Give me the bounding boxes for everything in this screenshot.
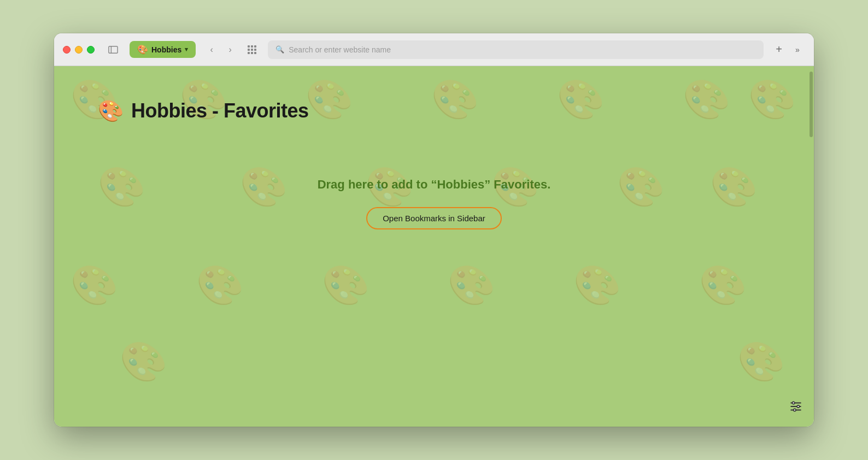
search-icon: 🔍 [275,45,284,54]
page-content: 🎨 Hobbies - Favorites Drag here to add t… [54,66,814,427]
navigation-buttons: ‹ › [203,42,238,57]
tab-overview-button[interactable] [244,42,260,57]
close-button[interactable] [63,46,71,54]
toolbar-right: + » [771,42,805,57]
search-bar[interactable]: 🔍 Search or enter website name [268,40,764,59]
svg-point-15 [797,405,799,408]
traffic-lights [63,46,95,54]
maximize-button[interactable] [87,46,95,54]
drag-instructions: Drag here to add to “Hobbies” Favorites. [318,178,551,192]
content-area: 🎨 🎨 🎨 🎨 🎨 🎨 🎨 🎨 🎨 🎨 🎨 🎨 🎨 🎨 🎨 🎨 🎨 🎨 🎨 🎨 … [54,66,814,427]
svg-rect-3 [251,45,253,48]
svg-rect-0 [109,46,118,53]
add-tab-button[interactable]: + [771,42,787,57]
drop-zone: Drag here to add to “Hobbies” Favorites.… [98,178,770,229]
tab-chevron-icon: ▾ [185,46,188,53]
palette-tab-icon: 🎨 [137,44,148,55]
svg-rect-5 [248,49,250,51]
page-title-container: 🎨 Hobbies - Favorites [98,99,309,123]
back-button[interactable]: ‹ [203,42,220,57]
svg-rect-4 [254,45,256,48]
open-bookmarks-button[interactable]: Open Bookmarks in Sidebar [366,207,502,229]
hobbies-tab[interactable]: 🎨 Hobbies ▾ [130,41,196,58]
browser-window: 🎨 Hobbies ▾ ‹ › 🔍 Search or enter [54,33,814,427]
svg-rect-6 [251,49,253,51]
extensions-button[interactable]: » [790,42,805,57]
svg-point-14 [793,402,795,404]
svg-point-16 [794,409,796,411]
minimize-button[interactable] [75,46,83,54]
search-placeholder: Search or enter website name [289,45,391,54]
svg-rect-8 [248,52,250,54]
tab-label: Hobbies [151,45,181,54]
svg-rect-10 [254,52,256,54]
customize-button[interactable] [789,399,803,416]
svg-rect-7 [254,49,256,51]
page-title: Hobbies - Favorites [131,99,309,122]
svg-rect-9 [251,52,253,54]
svg-rect-2 [248,45,250,48]
page-title-icon: 🎨 [98,99,124,123]
sidebar-toggle-button[interactable] [104,42,122,57]
title-bar: 🎨 Hobbies ▾ ‹ › 🔍 Search or enter [54,33,814,66]
forward-button[interactable]: › [222,42,238,57]
